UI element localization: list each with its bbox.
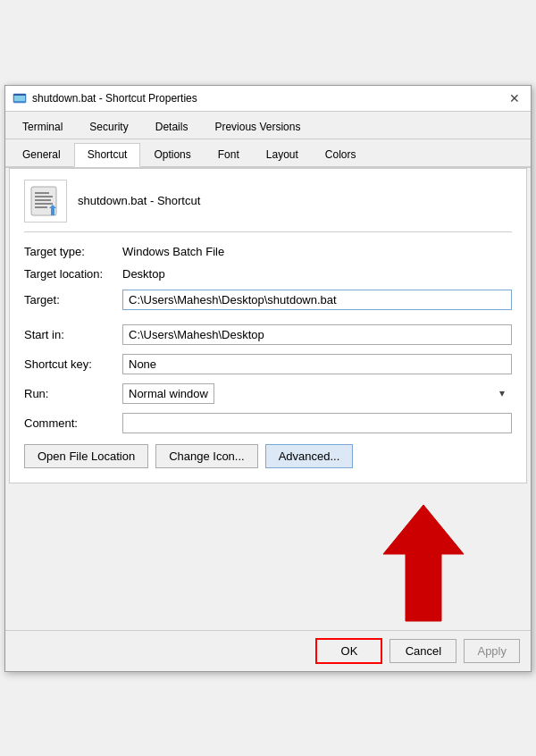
target-type-row: Target type: Windows Batch File [24, 245, 512, 258]
tab-general[interactable]: General [9, 143, 74, 166]
open-file-location-button[interactable]: Open File Location [24, 444, 148, 468]
bottom-bar: OK Cancel Apply [5, 630, 531, 671]
comment-label: Comment: [24, 416, 122, 430]
header-title: shutdown.bat - Shortcut [78, 194, 200, 207]
action-buttons: Open File Location Change Icon... Advanc… [24, 444, 512, 468]
target-location-row: Target location: Desktop [24, 267, 512, 281]
run-label: Run: [24, 387, 122, 400]
advanced-button[interactable]: Advanced... [265, 444, 354, 468]
target-row: Target: [24, 290, 512, 310]
svg-rect-5 [35, 196, 53, 197]
tab-previous-versions[interactable]: Previous Versions [201, 115, 314, 139]
title-bar-left: shutdown.bat - Shortcut Properties [13, 91, 197, 105]
comment-row: Comment: [24, 413, 512, 433]
red-arrow-svg [334, 500, 513, 626]
title-text: shutdown.bat - Shortcut Properties [32, 92, 197, 105]
start-in-input[interactable] [122, 324, 512, 345]
target-type-value: Windows Batch File [122, 245, 224, 258]
change-icon-button[interactable]: Change Icon... [155, 444, 258, 468]
close-button[interactable]: ✕ [506, 91, 523, 105]
tab-layout[interactable]: Layout [253, 143, 312, 166]
file-header: shutdown.bat - Shortcut [24, 180, 512, 232]
start-in-row: Start in: [24, 324, 512, 345]
file-icon [24, 180, 67, 223]
target-input[interactable] [122, 290, 512, 310]
window-icon [13, 91, 27, 105]
svg-rect-4 [35, 192, 49, 194]
tab-options[interactable]: Options [140, 143, 204, 166]
shortcut-key-input[interactable] [122, 354, 512, 374]
tab-details[interactable]: Details [142, 115, 202, 139]
run-select[interactable]: Normal window Minimized Maximized [122, 383, 214, 404]
run-row: Run: Normal window Minimized Maximized [24, 383, 512, 404]
svg-rect-7 [35, 203, 53, 205]
svg-rect-8 [35, 206, 47, 208]
start-in-label: Start in: [24, 328, 122, 341]
target-type-label: Target type: [24, 245, 122, 258]
ok-button[interactable]: OK [315, 638, 382, 664]
tab-bar-bottom: General Shortcut Options Font Layout Col… [5, 139, 531, 168]
tab-font[interactable]: Font [205, 143, 253, 166]
target-location-label: Target location: [24, 267, 122, 281]
shortcut-key-row: Shortcut key: [24, 354, 512, 374]
tab-security[interactable]: Security [76, 115, 141, 139]
tab-content: shutdown.bat - Shortcut Target type: Win… [9, 168, 527, 483]
tab-colors[interactable]: Colors [312, 143, 370, 166]
svg-rect-2 [13, 94, 26, 96]
svg-rect-6 [35, 199, 51, 201]
comment-input[interactable] [122, 413, 512, 433]
tab-shortcut[interactable]: Shortcut [74, 143, 141, 167]
svg-marker-10 [383, 505, 464, 621]
svg-rect-1 [14, 95, 25, 101]
target-label: Target: [24, 293, 122, 307]
arrow-area [5, 487, 531, 630]
run-select-wrapper: Normal window Minimized Maximized [122, 383, 512, 404]
tab-terminal[interactable]: Terminal [9, 115, 76, 139]
title-bar: shutdown.bat - Shortcut Properties ✕ [5, 86, 531, 112]
tab-bar-top: Terminal Security Details Previous Versi… [5, 112, 531, 139]
shortcut-icon-svg [29, 185, 62, 217]
cancel-button[interactable]: Cancel [389, 639, 456, 663]
shortcut-key-label: Shortcut key: [24, 357, 122, 371]
apply-button[interactable]: Apply [464, 639, 520, 663]
target-location-value: Desktop [122, 267, 165, 281]
properties-window: shutdown.bat - Shortcut Properties ✕ Ter… [4, 85, 532, 672]
